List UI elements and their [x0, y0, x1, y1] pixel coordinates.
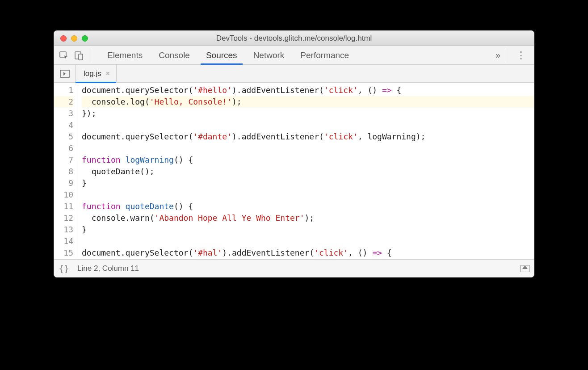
- line-gutter[interactable]: 123456789101112131415: [54, 83, 77, 259]
- maximize-window-button[interactable]: [82, 35, 88, 42]
- panel-tab-performance[interactable]: Performance: [292, 46, 357, 65]
- code-line[interactable]: console.warn('Abandon Hope All Ye Who En…: [82, 212, 534, 224]
- panel-tab-sources[interactable]: Sources: [198, 46, 245, 65]
- more-panels-icon[interactable]: »: [490, 50, 506, 60]
- code-line[interactable]: [82, 119, 534, 131]
- traffic-lights: [54, 35, 88, 42]
- code-line[interactable]: }: [82, 224, 534, 235]
- inspect-element-icon[interactable]: [58, 49, 70, 62]
- file-tab-name: log.js: [84, 69, 101, 78]
- panel-tab-network[interactable]: Network: [245, 46, 293, 65]
- show-drawer-icon[interactable]: [521, 265, 529, 272]
- line-number[interactable]: 12: [54, 212, 73, 224]
- line-number[interactable]: 11: [54, 201, 73, 212]
- line-number[interactable]: 7: [54, 154, 73, 166]
- code-area[interactable]: document.querySelector('#hello').addEven…: [77, 83, 534, 259]
- pretty-print-icon[interactable]: {}: [59, 263, 69, 274]
- main-toolbar: ElementsConsoleSourcesNetworkPerformance…: [54, 46, 534, 65]
- line-number[interactable]: 14: [54, 235, 73, 247]
- source-editor[interactable]: 123456789101112131415 document.querySele…: [54, 83, 534, 259]
- line-number[interactable]: 3: [54, 108, 73, 119]
- device-toggle-icon[interactable]: [73, 49, 85, 62]
- code-line[interactable]: document.querySelector('#hal').addEventL…: [82, 247, 534, 259]
- settings-menu-icon[interactable]: ⋮: [512, 50, 530, 61]
- panel-tabs: ElementsConsoleSourcesNetworkPerformance: [99, 46, 490, 65]
- status-bar: {} Line 2, Column 11: [54, 259, 534, 277]
- line-number[interactable]: 5: [54, 131, 73, 143]
- line-number[interactable]: 1: [54, 84, 73, 96]
- cursor-position: Line 2, Column 11: [77, 264, 139, 273]
- navigator-toggle-icon[interactable]: [54, 65, 76, 83]
- code-line[interactable]: [82, 189, 534, 201]
- code-line[interactable]: [82, 235, 534, 247]
- line-number[interactable]: 10: [54, 189, 73, 201]
- code-line[interactable]: console.log('Hello, Console!');: [82, 96, 534, 108]
- window-titlebar[interactable]: DevTools - devtools.glitch.me/console/lo…: [54, 31, 534, 46]
- code-line[interactable]: [82, 143, 534, 154]
- minimize-window-button[interactable]: [71, 35, 77, 42]
- devtools-window: DevTools - devtools.glitch.me/console/lo…: [54, 30, 534, 278]
- code-line[interactable]: quoteDante();: [82, 166, 534, 177]
- svg-rect-2: [79, 54, 83, 60]
- file-tab[interactable]: log.js×: [76, 65, 117, 83]
- code-line[interactable]: function quoteDante() {: [82, 201, 534, 212]
- code-line[interactable]: document.querySelector('#dante').addEven…: [82, 131, 534, 143]
- code-line[interactable]: function logWarning() {: [82, 154, 534, 166]
- line-number[interactable]: 13: [54, 224, 73, 235]
- code-line[interactable]: document.querySelector('#hello').addEven…: [82, 84, 534, 96]
- code-line[interactable]: });: [82, 108, 534, 119]
- line-number[interactable]: 2: [54, 96, 73, 108]
- line-number[interactable]: 4: [54, 119, 73, 131]
- file-tab-bar: log.js×: [54, 65, 534, 83]
- close-window-button[interactable]: [60, 35, 67, 42]
- line-number[interactable]: 8: [54, 166, 73, 177]
- close-icon[interactable]: ×: [106, 70, 110, 78]
- panel-tab-elements[interactable]: Elements: [99, 46, 151, 65]
- panel-tab-console[interactable]: Console: [151, 46, 198, 65]
- line-number[interactable]: 15: [54, 247, 73, 259]
- line-number[interactable]: 9: [54, 177, 73, 189]
- window-title: DevTools - devtools.glitch.me/console/lo…: [54, 34, 534, 43]
- code-line[interactable]: }: [82, 177, 534, 189]
- line-number[interactable]: 6: [54, 143, 73, 154]
